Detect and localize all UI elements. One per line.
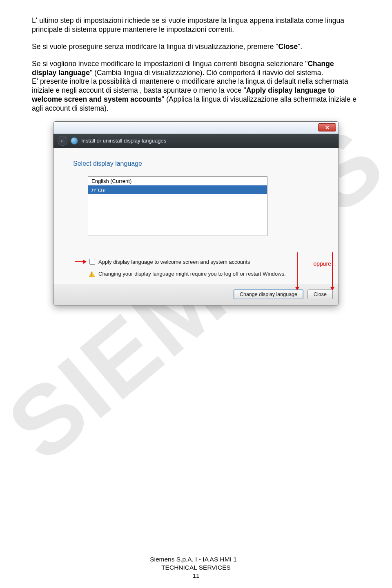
annotation-oppure: oppure bbox=[313, 261, 331, 267]
paragraph-3: Se si vogliono invece modificare le impo… bbox=[32, 60, 360, 113]
checkbox-row: Apply display language to welcome screen… bbox=[75, 259, 319, 265]
warning-text: Changing your display language might req… bbox=[98, 271, 286, 277]
nav-strip: ← Install or uninstall display languages bbox=[53, 134, 339, 148]
p3-text-b: " (Cambia lingua di visualizzazione). Ci… bbox=[90, 69, 323, 77]
p2-text-b: ". bbox=[298, 42, 302, 51]
titlebar: ✕ bbox=[53, 122, 339, 134]
footer-line-2: TECHNICAL SERVICES bbox=[0, 564, 392, 572]
page-content: L' ultimo step di impostazioni richiede … bbox=[0, 0, 392, 305]
page-footer: Siemens S.p.A. I - IA AS HMI 1 – TECHNIC… bbox=[0, 555, 392, 580]
page-number: 11 bbox=[0, 572, 392, 580]
warning-row: Changing your display language might req… bbox=[89, 271, 319, 277]
language-listbox[interactable]: English (Current) עברית bbox=[88, 176, 267, 236]
checkbox-label: Apply display language to welcome screen… bbox=[98, 259, 250, 265]
list-item[interactable]: English (Current) bbox=[88, 177, 267, 185]
change-display-language-button[interactable]: Change display language bbox=[234, 290, 303, 299]
back-button[interactable]: ← bbox=[58, 136, 67, 146]
annotation-arrow-icon bbox=[297, 252, 298, 290]
dialog-screenshot: ✕ ← Install or uninstall display languag… bbox=[53, 121, 339, 305]
paragraph-2: Se si vuole proseguire senza modifcare l… bbox=[32, 42, 360, 51]
p3-text-a: Se si vogliono invece modificare le impo… bbox=[32, 60, 307, 68]
p2-bold: Close bbox=[278, 42, 298, 51]
apply-welcome-checkbox[interactable] bbox=[89, 259, 95, 265]
dialog-body: Select display language English (Current… bbox=[53, 148, 339, 284]
arrow-left-icon: ← bbox=[60, 138, 65, 144]
footer-line-1: Siemens S.p.A. I - IA AS HMI 1 – bbox=[0, 555, 392, 564]
dialog-window: ✕ ← Install or uninstall display languag… bbox=[53, 121, 339, 305]
section-title: Select display language bbox=[73, 160, 319, 167]
nav-title: Install or uninstall display languages bbox=[81, 138, 166, 144]
p2-text-a: Se si vuole proseguire senza modifcare l… bbox=[32, 42, 278, 51]
list-item[interactable]: עברית bbox=[88, 185, 267, 194]
warning-icon bbox=[89, 271, 95, 277]
window-close-button[interactable]: ✕ bbox=[318, 123, 336, 131]
paragraph-1: L' ultimo step di impostazioni richiede … bbox=[32, 16, 360, 34]
button-bar: Change display language Close bbox=[53, 284, 339, 305]
close-button[interactable]: Close bbox=[307, 290, 333, 299]
annotation-arrow-icon bbox=[75, 261, 86, 262]
globe-icon bbox=[71, 137, 78, 145]
annotation-arrow-icon bbox=[332, 252, 333, 290]
close-icon: ✕ bbox=[325, 125, 330, 131]
